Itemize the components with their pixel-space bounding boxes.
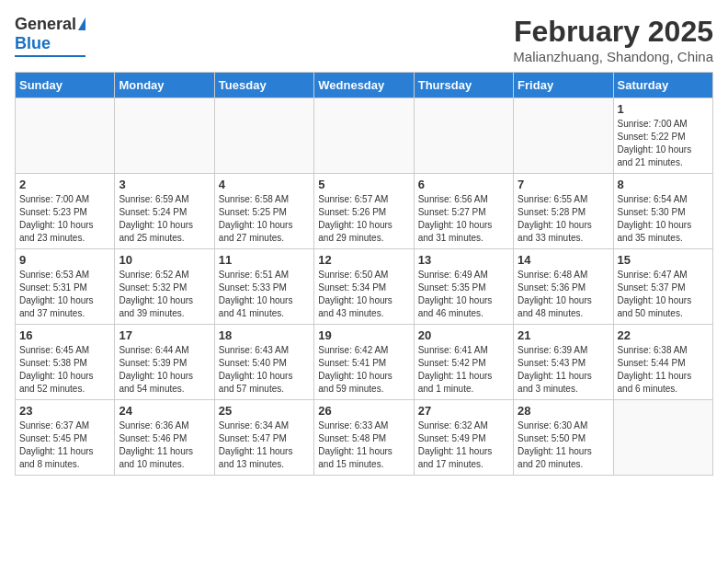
weekday-header-sunday: Sunday <box>16 73 115 98</box>
calendar-cell: 9Sunrise: 6:53 AM Sunset: 5:31 PM Daylig… <box>16 249 115 325</box>
day-number: 28 <box>518 404 609 418</box>
day-number: 1 <box>618 102 709 116</box>
day-number: 20 <box>418 328 509 342</box>
calendar-week-2: 9Sunrise: 6:53 AM Sunset: 5:31 PM Daylig… <box>16 249 713 325</box>
page-header: General Blue February 2025 Malianzhuang,… <box>15 15 713 64</box>
day-info: Sunrise: 6:30 AM Sunset: 5:50 PM Dayligh… <box>518 419 609 471</box>
calendar-cell: 6Sunrise: 6:56 AM Sunset: 5:27 PM Daylig… <box>414 174 513 249</box>
calendar-cell: 12Sunrise: 6:50 AM Sunset: 5:34 PM Dayli… <box>314 249 414 325</box>
weekday-header-saturday: Saturday <box>613 73 712 98</box>
weekday-header-tuesday: Tuesday <box>214 73 313 98</box>
day-info: Sunrise: 6:34 AM Sunset: 5:47 PM Dayligh… <box>219 419 310 471</box>
day-number: 13 <box>418 253 509 267</box>
calendar-cell: 24Sunrise: 6:36 AM Sunset: 5:46 PM Dayli… <box>115 400 214 476</box>
weekday-header-thursday: Thursday <box>414 73 513 98</box>
calendar-cell <box>16 98 115 174</box>
day-number: 7 <box>518 178 609 191</box>
calendar-cell: 4Sunrise: 6:58 AM Sunset: 5:25 PM Daylig… <box>214 174 313 249</box>
day-info: Sunrise: 6:56 AM Sunset: 5:27 PM Dayligh… <box>418 193 509 245</box>
day-info: Sunrise: 6:47 AM Sunset: 5:37 PM Dayligh… <box>618 269 709 320</box>
calendar-cell: 22Sunrise: 6:38 AM Sunset: 5:44 PM Dayli… <box>613 325 712 400</box>
calendar-cell: 27Sunrise: 6:32 AM Sunset: 5:49 PM Dayli… <box>414 400 513 476</box>
day-number: 24 <box>119 404 210 418</box>
day-info: Sunrise: 6:39 AM Sunset: 5:43 PM Dayligh… <box>518 344 609 396</box>
day-number: 4 <box>219 178 310 191</box>
calendar-cell: 2Sunrise: 7:00 AM Sunset: 5:23 PM Daylig… <box>16 174 115 249</box>
subtitle: Malianzhuang, Shandong, China <box>513 49 713 64</box>
day-number: 2 <box>19 178 110 191</box>
day-info: Sunrise: 6:50 AM Sunset: 5:34 PM Dayligh… <box>318 269 409 320</box>
weekday-header-row: SundayMondayTuesdayWednesdayThursdayFrid… <box>16 73 713 98</box>
day-info: Sunrise: 6:44 AM Sunset: 5:39 PM Dayligh… <box>119 344 210 396</box>
calendar-week-1: 2Sunrise: 7:00 AM Sunset: 5:23 PM Daylig… <box>16 174 713 249</box>
calendar-cell: 26Sunrise: 6:33 AM Sunset: 5:48 PM Dayli… <box>314 400 414 476</box>
day-number: 10 <box>119 253 210 267</box>
calendar-cell: 20Sunrise: 6:41 AM Sunset: 5:42 PM Dayli… <box>414 325 513 400</box>
day-number: 15 <box>618 253 709 267</box>
calendar-cell: 10Sunrise: 6:52 AM Sunset: 5:32 PM Dayli… <box>115 249 214 325</box>
logo: General Blue <box>15 15 85 57</box>
calendar-cell: 1Sunrise: 7:00 AM Sunset: 5:22 PM Daylig… <box>613 98 712 174</box>
day-number: 27 <box>418 404 509 418</box>
day-info: Sunrise: 6:52 AM Sunset: 5:32 PM Dayligh… <box>119 269 210 320</box>
day-info: Sunrise: 6:54 AM Sunset: 5:30 PM Dayligh… <box>618 193 709 245</box>
weekday-header-friday: Friday <box>514 73 613 98</box>
day-info: Sunrise: 6:36 AM Sunset: 5:46 PM Dayligh… <box>119 419 210 471</box>
logo-triangle-icon <box>78 17 85 30</box>
day-number: 21 <box>518 328 609 342</box>
calendar-cell: 15Sunrise: 6:47 AM Sunset: 5:37 PM Dayli… <box>613 249 712 325</box>
calendar-week-4: 23Sunrise: 6:37 AM Sunset: 5:45 PM Dayli… <box>16 400 713 476</box>
day-info: Sunrise: 6:45 AM Sunset: 5:38 PM Dayligh… <box>19 344 110 396</box>
day-number: 16 <box>19 328 110 342</box>
calendar-table: SundayMondayTuesdayWednesdayThursdayFrid… <box>15 72 713 476</box>
day-info: Sunrise: 6:58 AM Sunset: 5:25 PM Dayligh… <box>219 193 310 245</box>
calendar-cell: 28Sunrise: 6:30 AM Sunset: 5:50 PM Dayli… <box>514 400 613 476</box>
day-info: Sunrise: 6:37 AM Sunset: 5:45 PM Dayligh… <box>19 419 110 471</box>
weekday-header-wednesday: Wednesday <box>314 73 414 98</box>
calendar-cell <box>314 98 414 174</box>
calendar-cell: 25Sunrise: 6:34 AM Sunset: 5:47 PM Dayli… <box>214 400 313 476</box>
day-number: 12 <box>318 253 409 267</box>
calendar-cell: 16Sunrise: 6:45 AM Sunset: 5:38 PM Dayli… <box>16 325 115 400</box>
logo-underline <box>15 55 85 57</box>
day-info: Sunrise: 6:51 AM Sunset: 5:33 PM Dayligh… <box>219 269 310 320</box>
calendar-cell: 8Sunrise: 6:54 AM Sunset: 5:30 PM Daylig… <box>613 174 712 249</box>
calendar-week-0: 1Sunrise: 7:00 AM Sunset: 5:22 PM Daylig… <box>16 98 713 174</box>
day-info: Sunrise: 6:38 AM Sunset: 5:44 PM Dayligh… <box>618 344 709 396</box>
calendar-cell: 23Sunrise: 6:37 AM Sunset: 5:45 PM Dayli… <box>16 400 115 476</box>
calendar-cell: 3Sunrise: 6:59 AM Sunset: 5:24 PM Daylig… <box>115 174 214 249</box>
day-number: 26 <box>318 404 409 418</box>
day-info: Sunrise: 6:57 AM Sunset: 5:26 PM Dayligh… <box>318 193 409 245</box>
day-number: 23 <box>19 404 110 418</box>
calendar-cell: 5Sunrise: 6:57 AM Sunset: 5:26 PM Daylig… <box>314 174 414 249</box>
calendar-cell: 14Sunrise: 6:48 AM Sunset: 5:36 PM Dayli… <box>514 249 613 325</box>
calendar-cell: 13Sunrise: 6:49 AM Sunset: 5:35 PM Dayli… <box>414 249 513 325</box>
logo-general-text: General <box>15 15 76 34</box>
calendar-cell <box>214 98 313 174</box>
calendar-cell <box>514 98 613 174</box>
day-info: Sunrise: 7:00 AM Sunset: 5:22 PM Dayligh… <box>618 118 709 169</box>
calendar-cell: 17Sunrise: 6:44 AM Sunset: 5:39 PM Dayli… <box>115 325 214 400</box>
day-info: Sunrise: 6:33 AM Sunset: 5:48 PM Dayligh… <box>318 419 409 471</box>
day-info: Sunrise: 7:00 AM Sunset: 5:23 PM Dayligh… <box>19 193 110 245</box>
day-info: Sunrise: 6:53 AM Sunset: 5:31 PM Dayligh… <box>19 269 110 320</box>
day-info: Sunrise: 6:43 AM Sunset: 5:40 PM Dayligh… <box>219 344 310 396</box>
calendar-cell: 19Sunrise: 6:42 AM Sunset: 5:41 PM Dayli… <box>314 325 414 400</box>
day-number: 14 <box>518 253 609 267</box>
day-number: 9 <box>19 253 110 267</box>
day-info: Sunrise: 6:32 AM Sunset: 5:49 PM Dayligh… <box>418 419 509 471</box>
main-title: February 2025 <box>513 15 713 49</box>
day-number: 22 <box>618 328 709 342</box>
day-info: Sunrise: 6:59 AM Sunset: 5:24 PM Dayligh… <box>119 193 210 245</box>
calendar-cell: 11Sunrise: 6:51 AM Sunset: 5:33 PM Dayli… <box>214 249 313 325</box>
calendar-cell <box>115 98 214 174</box>
day-number: 6 <box>418 178 509 191</box>
calendar-cell: 18Sunrise: 6:43 AM Sunset: 5:40 PM Dayli… <box>214 325 313 400</box>
calendar-cell: 21Sunrise: 6:39 AM Sunset: 5:43 PM Dayli… <box>514 325 613 400</box>
day-info: Sunrise: 6:41 AM Sunset: 5:42 PM Dayligh… <box>418 344 509 396</box>
title-section: February 2025 Malianzhuang, Shandong, Ch… <box>513 15 713 64</box>
logo-blue-text: Blue <box>15 34 51 53</box>
day-number: 19 <box>318 328 409 342</box>
day-info: Sunrise: 6:55 AM Sunset: 5:28 PM Dayligh… <box>518 193 609 245</box>
day-number: 17 <box>119 328 210 342</box>
